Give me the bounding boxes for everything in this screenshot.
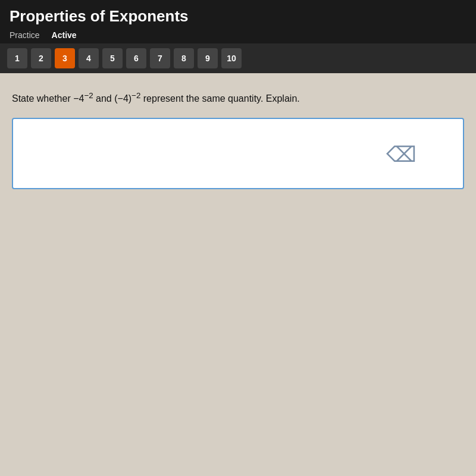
page-title: Properties of Exponents [10, 7, 466, 30]
answer-input[interactable] [12, 118, 464, 189]
tab-4[interactable]: 4 [79, 48, 99, 68]
tabs-bar: 1 2 3 4 5 6 7 8 9 10 [0, 43, 476, 73]
tab-2[interactable]: 2 [31, 48, 51, 68]
question-text: State whether −4−2 and (−4)−2 represent … [12, 90, 464, 106]
tab-7[interactable]: 7 [150, 48, 170, 68]
nav-item-practice[interactable]: Practice [10, 30, 40, 43]
tab-5[interactable]: 5 [102, 48, 123, 68]
nav-bar: Practice Active [10, 30, 466, 43]
tab-3[interactable]: 3 [55, 48, 75, 68]
header: Properties of Exponents Practice Active [0, 0, 476, 43]
tab-10[interactable]: 10 [221, 48, 242, 68]
nav-item-active[interactable]: Active [52, 30, 77, 43]
tab-9[interactable]: 9 [198, 48, 218, 68]
tab-6[interactable]: 6 [126, 48, 146, 68]
main-content: State whether −4−2 and (−4)−2 represent … [0, 73, 476, 203]
tab-1[interactable]: 1 [7, 48, 27, 68]
answer-container: ⌫ [12, 118, 464, 192]
tab-8[interactable]: 8 [174, 48, 194, 68]
